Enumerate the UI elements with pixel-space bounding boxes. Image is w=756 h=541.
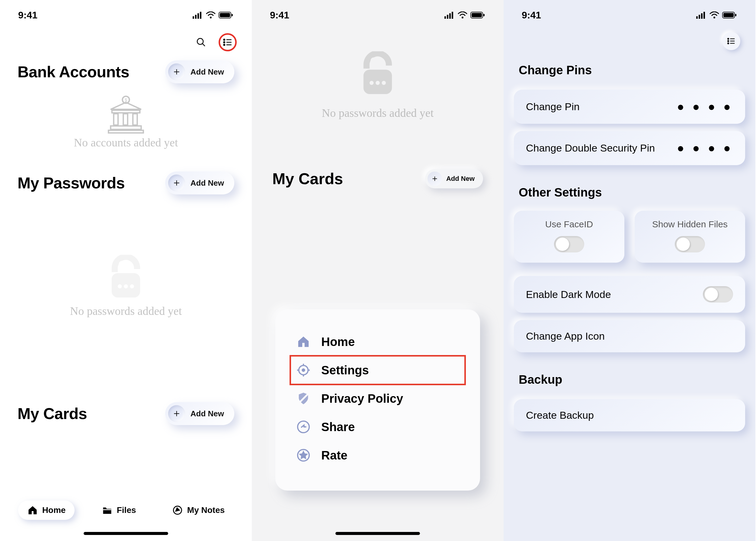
home-icon (27, 505, 38, 516)
plus-icon (168, 63, 185, 80)
menu-label: Share (321, 420, 355, 434)
plus-icon (168, 405, 185, 422)
hidden-files-toggle[interactable] (675, 236, 705, 253)
wifi-icon (458, 11, 467, 19)
home-indicator (84, 532, 168, 535)
section-title-backup: Backup (503, 359, 755, 392)
screen-home: 9:41 Bank Accounts Add New $ No accounts… (0, 0, 252, 541)
empty-passwords: No passwords added yet (0, 195, 252, 327)
menu-settings[interactable]: Settings (291, 356, 465, 384)
row-label: Enable Dark Mode (526, 288, 611, 300)
signal-icon (444, 11, 455, 19)
svg-rect-38 (447, 15, 448, 19)
svg-point-47 (370, 81, 374, 85)
svg-point-32 (130, 284, 134, 288)
row-create-backup[interactable]: Create Backup (514, 399, 745, 431)
svg-rect-64 (703, 12, 705, 19)
add-label: Add New (446, 175, 474, 183)
notes-icon (172, 505, 183, 516)
tab-notes[interactable]: My Notes (163, 501, 234, 520)
screen-settings: 9:41 Change Pins Change Pin ● ● ● ● Chan… (503, 0, 755, 541)
tile-hidden-files[interactable]: Show Hidden Files (635, 211, 745, 263)
home-indicator (336, 532, 420, 535)
svg-point-71 (728, 40, 729, 42)
dark-mode-toggle[interactable] (703, 286, 733, 302)
svg-point-53 (302, 369, 305, 371)
svg-point-45 (371, 57, 377, 63)
add-label: Add New (191, 179, 224, 188)
row-change-double-pin[interactable]: Change Double Security Pin ● ● ● ● (514, 131, 745, 165)
faceid-toggle[interactable] (554, 236, 584, 253)
section-title: Bank Accounts (18, 63, 129, 81)
tab-files[interactable]: Files (93, 501, 145, 520)
status-time: 9:41 (522, 10, 541, 21)
section-title: My Cards (272, 170, 343, 188)
svg-rect-0 (193, 16, 194, 19)
section-title-other: Other Settings (503, 172, 755, 205)
pin-mask: ● ● ● ● (677, 141, 733, 155)
add-label: Add New (191, 67, 224, 77)
menu-rate[interactable]: Rate (291, 441, 465, 469)
status-bar: 9:41 (503, 0, 755, 24)
svg-point-65 (713, 17, 715, 18)
svg-line-9 (202, 43, 205, 46)
status-indicators (444, 11, 485, 19)
svg-point-8 (197, 38, 203, 44)
svg-point-30 (118, 284, 122, 288)
empty-bank: $ No accounts added yet (0, 83, 252, 158)
row-change-pin[interactable]: Change Pin ● ● ● ● (514, 90, 745, 124)
svg-rect-44 (483, 14, 484, 16)
section-bank-accounts: Bank Accounts Add New (0, 60, 252, 83)
plus-icon (168, 175, 185, 192)
row-label: Change Pin (526, 101, 580, 113)
home-icon (297, 335, 311, 349)
folder-icon (102, 505, 113, 516)
row-label: Create Backup (526, 409, 594, 421)
row-app-icon[interactable]: Change App Icon (514, 320, 745, 352)
add-card-button[interactable]: Add New (165, 402, 234, 425)
section-cards-bg: My Cards Add New (252, 169, 503, 189)
add-bank-button[interactable]: Add New (165, 60, 234, 83)
svg-point-14 (224, 44, 225, 45)
screen-menu-overlay: 9:41 No passwords added yet My Cards Add… (252, 0, 503, 541)
add-password-button[interactable]: Add New (165, 172, 234, 195)
svg-point-49 (381, 81, 385, 85)
pin-mask: ● ● ● ● (677, 100, 733, 114)
menu-privacy[interactable]: Privacy Policy (291, 384, 465, 413)
svg-rect-43 (471, 13, 482, 17)
row-label: Change App Icon (526, 330, 605, 342)
menu-home[interactable]: Home (291, 327, 465, 356)
status-bar: 9:41 (252, 0, 503, 24)
section-cards: My Cards Add New (0, 402, 252, 425)
tile-faceid[interactable]: Use FaceID (514, 211, 624, 263)
section-title: My Cards (18, 404, 87, 423)
menu-label: Home (321, 335, 355, 349)
svg-rect-35 (103, 509, 111, 510)
menu-share[interactable]: Share (291, 413, 465, 441)
svg-point-10 (224, 39, 225, 40)
svg-rect-40 (452, 12, 453, 19)
row-dark-mode[interactable]: Enable Dark Mode (514, 276, 745, 313)
svg-rect-62 (699, 15, 700, 19)
signal-icon (696, 11, 706, 19)
menu-icon[interactable] (722, 32, 740, 50)
svg-rect-68 (735, 14, 736, 16)
plus-icon (427, 172, 442, 186)
menu-label: Settings (321, 363, 369, 377)
add-card-button-bg[interactable]: Add New (425, 169, 483, 189)
svg-rect-61 (696, 16, 698, 19)
status-indicators (696, 11, 737, 19)
search-icon[interactable] (192, 33, 210, 51)
svg-rect-39 (449, 13, 451, 19)
lock-icon (100, 255, 152, 303)
menu-icon[interactable] (219, 33, 237, 51)
empty-bank-text: No accounts added yet (0, 136, 252, 149)
tab-home[interactable]: Home (18, 501, 75, 520)
svg-rect-20 (112, 110, 140, 113)
menu-label: Rate (321, 449, 348, 462)
svg-point-4 (210, 17, 212, 18)
wifi-icon (709, 11, 719, 19)
svg-rect-25 (108, 131, 143, 133)
shield-icon (297, 391, 311, 405)
add-label: Add New (191, 409, 224, 418)
